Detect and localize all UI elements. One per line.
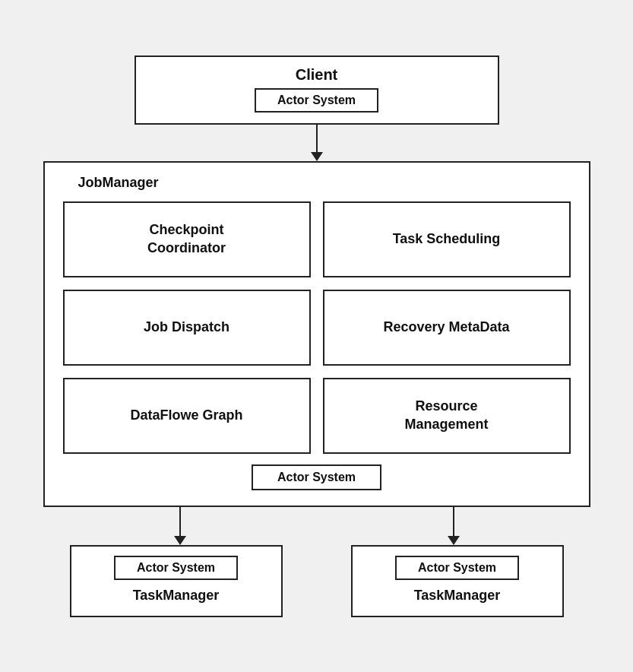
jobmanager-actor-system-badge: Actor System — [252, 464, 381, 490]
arrow-head-left — [174, 536, 186, 545]
architecture-diagram: Client Actor System JobManager Checkpoin… — [17, 55, 617, 617]
taskmanagers-row: Actor System TaskManager Actor System Ta… — [43, 545, 590, 617]
arrow-head-right — [448, 536, 460, 545]
taskmanager-left-actor-system: Actor System — [114, 556, 238, 580]
taskmanager-right-label: TaskManager — [414, 588, 501, 604]
jobmanager-grid: CheckpointCoordinator Task Scheduling Jo… — [63, 201, 571, 454]
cell-resource-management: ResourceManagement — [323, 378, 571, 454]
taskmanager-right-box: Actor System TaskManager — [351, 545, 564, 617]
cell-job-dispatch: Job Dispatch — [63, 290, 311, 366]
client-box: Client Actor System — [135, 55, 499, 125]
taskmanager-left-label: TaskManager — [133, 588, 220, 604]
taskmanager-right-actor-system: Actor System — [395, 556, 519, 580]
client-actor-system-badge: Actor System — [255, 88, 378, 113]
arrow-to-taskmanager-left — [174, 507, 186, 545]
arrow-line-right — [453, 507, 454, 536]
jobmanager-box: JobManager CheckpointCoordinator Task Sc… — [43, 161, 590, 507]
arrow-line-left — [179, 507, 181, 536]
taskmanager-left-box: Actor System TaskManager — [70, 545, 283, 617]
arrow-to-taskmanager-right — [448, 507, 460, 545]
client-label: Client — [296, 66, 338, 84]
cell-dataflowe-graph: DataFlowe Graph — [63, 378, 311, 454]
arrow-head — [311, 152, 323, 161]
bottom-arrows — [43, 507, 590, 545]
arrow-line — [316, 125, 318, 152]
cell-recovery-metadata: Recovery MetaData — [323, 290, 571, 366]
arrow-client-to-jobmanager — [311, 125, 323, 161]
cell-task-scheduling: Task Scheduling — [323, 201, 571, 277]
cell-checkpoint-coordinator: CheckpointCoordinator — [63, 201, 311, 277]
jobmanager-label: JobManager — [78, 175, 159, 191]
